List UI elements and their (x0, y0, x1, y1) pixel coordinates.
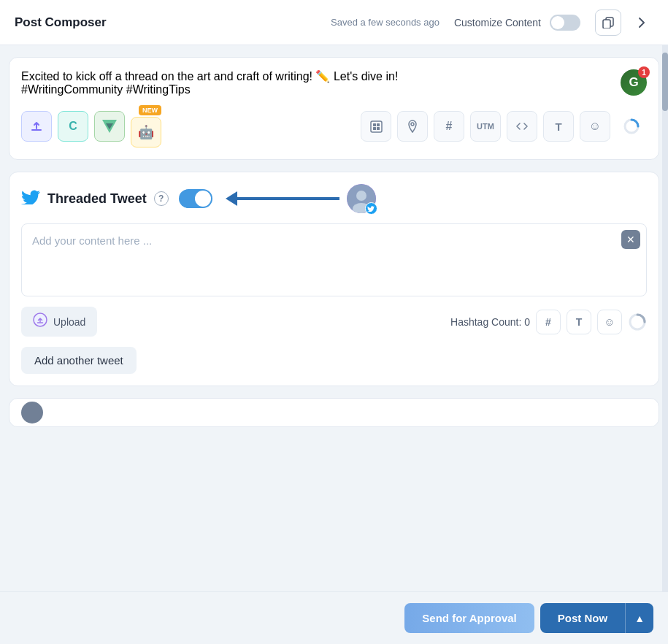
svg-rect-1 (603, 20, 610, 28)
scrollbar[interactable] (662, 45, 668, 591)
upload-toolbar-btn[interactable] (21, 111, 52, 142)
tweet-hashtags: #WritingCommunity #WritingTips (21, 83, 191, 96)
c-toolbar-btn[interactable]: C (58, 111, 88, 142)
svg-point-7 (411, 123, 414, 126)
next-avatar (21, 402, 43, 423)
expand-button[interactable] (630, 11, 653, 34)
saved-status: Saved a few seconds ago (331, 17, 439, 28)
utm-toolbar-btn[interactable]: UTM (470, 111, 501, 142)
threaded-label: Threaded Tweet (47, 191, 147, 207)
upload-label: Upload (53, 316, 85, 328)
post-now-chevron-btn[interactable]: ▲ (625, 603, 653, 633)
grammarly-avatar: G 1 (621, 69, 647, 96)
grammarly-badge: 1 (638, 66, 650, 78)
upload-icon (33, 313, 47, 331)
svg-rect-4 (377, 123, 380, 126)
send-approval-button[interactable]: Send for Approval (404, 603, 534, 633)
location-toolbar-btn[interactable] (397, 111, 428, 142)
close-content-btn[interactable]: ✕ (621, 230, 640, 249)
spinner-toolbar-btn (616, 111, 647, 142)
text-toolbar-btn[interactable]: T (543, 111, 574, 142)
media-toolbar-btn[interactable] (361, 111, 391, 142)
new-badge: NEW (139, 105, 161, 115)
svg-rect-2 (371, 121, 382, 132)
upload-button[interactable]: Upload (21, 307, 97, 337)
hashtag-count-label: Hashtag Count: 0 (450, 316, 530, 328)
threaded-header: Threaded Tweet ? (21, 184, 647, 213)
bottom-bar: Send for Approval Post Now ▲ (0, 591, 668, 644)
content-input-box[interactable]: Add your content here ... ✕ (21, 223, 647, 296)
avatar-twitter-badge (365, 202, 377, 215)
vuejs-toolbar-btn[interactable] (94, 111, 125, 142)
user-avatar (347, 184, 376, 213)
customize-toggle[interactable] (550, 15, 580, 31)
add-tweet-label: Add another tweet (34, 354, 123, 367)
hashtag-toolbar-btn[interactable]: # (434, 111, 464, 142)
content-placeholder: Add your content here ... (32, 234, 152, 247)
app-title: Post Composer (15, 15, 107, 30)
emoji-btn[interactable]: ☺ (597, 310, 622, 334)
robot-toolbar-btn[interactable]: 🤖 (131, 117, 161, 147)
help-icon[interactable]: ? (154, 191, 169, 206)
first-tweet-card: Excited to kick off a thread on the art … (9, 57, 659, 160)
thread-toggle[interactable] (179, 189, 212, 208)
hashtag-count-icon[interactable]: # (536, 310, 561, 334)
twitter-icon (21, 188, 40, 209)
tweet-text: Excited to kick off a thread on the art … (21, 69, 612, 96)
copy-button[interactable] (595, 9, 621, 36)
post-now-button[interactable]: Post Now (540, 603, 625, 633)
customize-label: Customize Content (454, 17, 541, 28)
header: Post Composer Saved a few seconds ago Cu… (0, 0, 668, 45)
arrow-head (226, 191, 237, 206)
emoji-toolbar-btn[interactable]: ☺ (580, 111, 610, 142)
arrow-indicator (226, 191, 339, 206)
code-toolbar-btn[interactable] (507, 111, 537, 142)
add-another-tweet-btn[interactable]: Add another tweet (21, 347, 137, 374)
content-area: Excited to kick off a thread on the art … (0, 45, 668, 591)
arrow-body (237, 197, 339, 200)
toolbar-right-group: # UTM T ☺ (361, 111, 647, 142)
tweet-toolbar: C NEW 🤖 (21, 105, 647, 147)
threaded-tweet-section: Threaded Tweet ? (9, 172, 659, 386)
hashtag-count-row: Hashtag Count: 0 # T ☺ (450, 310, 647, 334)
svg-point-10 (356, 191, 366, 201)
loading-spinner (628, 313, 647, 331)
svg-rect-6 (377, 127, 380, 130)
post-now-group: Post Now ▲ (540, 603, 653, 633)
scroll-thumb[interactable] (662, 53, 668, 111)
upload-row: Upload Hashtag Count: 0 # T ☺ (21, 307, 647, 337)
svg-rect-3 (373, 123, 376, 126)
text-format-btn[interactable]: T (567, 310, 591, 334)
next-tweet-card-partial (9, 398, 659, 427)
svg-rect-5 (373, 127, 376, 130)
robot-btn-wrap: NEW 🤖 (131, 105, 161, 147)
